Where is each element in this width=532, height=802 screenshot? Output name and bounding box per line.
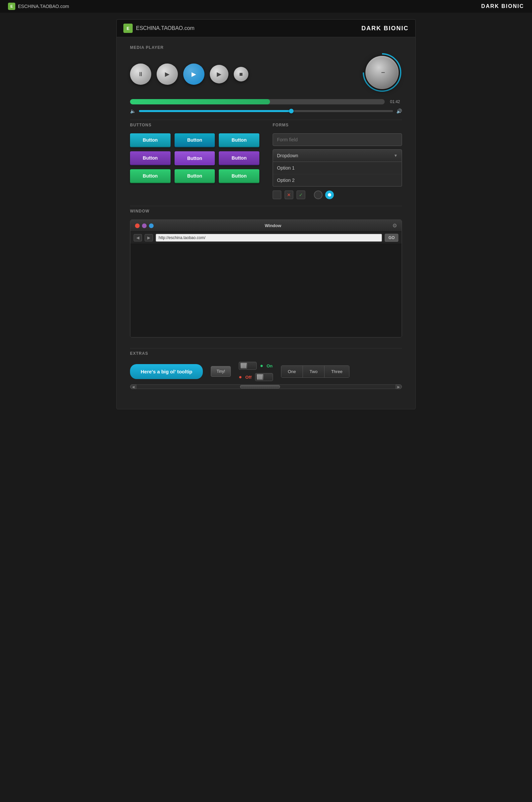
- stop-button[interactable]: ■: [234, 67, 248, 81]
- extras-title: EXTRAS: [130, 351, 402, 356]
- seg-btn-one[interactable]: One: [281, 366, 303, 377]
- forms-area: Dropdown ▼ Option 1 Option 2 ✕ ✓: [273, 133, 402, 199]
- toggle-off-handle: [257, 374, 263, 380]
- scrollbar-left-arrow[interactable]: ◀: [130, 384, 136, 389]
- btn-cyan-1[interactable]: Button: [130, 133, 171, 147]
- traffic-lights: [135, 224, 154, 228]
- forms-title: FORMS: [273, 123, 402, 127]
- dropdown-option-1[interactable]: Option 1: [273, 162, 402, 174]
- media-controls-row: ⏸ ▶ ▶ ▶ ■ −: [130, 56, 402, 92]
- form-controls-row: ✕ ✓: [273, 191, 402, 199]
- radio-dot: [328, 193, 331, 196]
- toggle-off-row: ● Off: [239, 373, 273, 381]
- volume-knob[interactable]: −: [365, 56, 399, 89]
- buttons-title: BUTTONS: [130, 123, 259, 127]
- btn-cyan-3[interactable]: Button: [219, 133, 259, 147]
- settings-icon[interactable]: ⚙: [392, 223, 397, 229]
- volume-row: 🔈 🔊: [130, 109, 402, 114]
- volume-high-icon: 🔊: [396, 109, 402, 114]
- go-button[interactable]: GO: [385, 234, 398, 242]
- dropdown-label: Dropdown: [277, 153, 298, 158]
- url-bar[interactable]: [156, 234, 382, 242]
- volume-low-icon: 🔈: [130, 109, 136, 114]
- btn-cyan-2[interactable]: Button: [174, 133, 215, 147]
- divider-1: [130, 120, 402, 120]
- browser-titlebar: Window ⚙: [130, 220, 402, 232]
- tl-yellow[interactable]: [142, 224, 147, 228]
- outer-site-title: ESCHINA.TAOBAO.com: [18, 4, 69, 9]
- dropdown-arrow-icon: ▼: [394, 153, 398, 158]
- scrollbar-thumb[interactable]: [240, 385, 280, 388]
- progress-bar[interactable]: [130, 99, 385, 104]
- btn-purple-2[interactable]: Button: [174, 151, 215, 165]
- btn-green-1[interactable]: Button: [130, 169, 171, 183]
- main-container: E ESCHINA.TAOBAO.com DARK BIONIC MEDIA P…: [116, 19, 416, 409]
- scrollbar-track: ◀ ▶: [130, 384, 402, 389]
- inner-site-title: ESCHINA.TAOBAO.com: [136, 25, 194, 31]
- extras-section: EXTRAS Here's a big ol' tooltip Tiny! ● …: [117, 351, 415, 381]
- volume-slider[interactable]: [139, 110, 393, 112]
- buttons-section: BUTTONS Button Button Button Button Butt…: [130, 123, 259, 199]
- buttons-grid: Button Button Button Button Button Butto…: [130, 133, 259, 183]
- led-on-icon: ●: [260, 363, 263, 369]
- checkbox-check[interactable]: ✓: [297, 191, 305, 199]
- nav-forward-button[interactable]: ▶: [145, 234, 153, 242]
- media-player-title: MEDIA PLAYER: [130, 45, 402, 50]
- form-field-input[interactable]: [273, 133, 402, 146]
- inner-header-logo: E ESCHINA.TAOBAO.com: [124, 24, 194, 33]
- scrollbar-thumb-area: [136, 385, 396, 389]
- scrollbar-section: ◀ ▶: [117, 381, 415, 396]
- pause-button[interactable]: ⏸: [130, 63, 151, 85]
- tl-green[interactable]: [149, 224, 154, 228]
- knob-minus-icon: −: [381, 69, 385, 76]
- skip-button[interactable]: ▶: [210, 65, 228, 83]
- extras-row: Here's a big ol' tooltip Tiny! ● On ● Of…: [130, 362, 402, 381]
- inner-header-brand: DARK BIONIC: [361, 25, 408, 32]
- play-button[interactable]: ▶: [157, 63, 178, 85]
- browser-content: [130, 244, 402, 337]
- btn-purple-3[interactable]: Button: [219, 151, 259, 165]
- seg-btn-two[interactable]: Two: [303, 366, 324, 377]
- btn-green-3[interactable]: Button: [219, 169, 259, 183]
- progress-time: 01:42: [390, 99, 402, 104]
- radio-group: [314, 191, 334, 199]
- browser-window: Window ⚙ ◀ ▶ GO: [130, 219, 402, 338]
- dropdown-button[interactable]: Dropdown ▼: [273, 149, 402, 162]
- toggle-on-switch[interactable]: [239, 362, 257, 370]
- segmented-control: One Two Three: [281, 365, 349, 378]
- dropdown-option-2[interactable]: Option 2: [273, 174, 402, 186]
- play-icon: ▶: [165, 71, 170, 77]
- scrollbar-right-arrow[interactable]: ▶: [396, 384, 402, 389]
- browser-window-title: Window: [265, 223, 281, 228]
- inner-logo-icon: E: [124, 24, 133, 33]
- radio-btn-2[interactable]: [325, 191, 334, 199]
- buttons-forms-row: BUTTONS Button Button Button Button Butt…: [117, 123, 415, 199]
- logo-icon: E: [8, 3, 15, 10]
- volume-thumb: [289, 109, 293, 113]
- play-icon-2: ▶: [191, 71, 196, 77]
- nav-back-button[interactable]: ◀: [134, 234, 142, 242]
- checkbox-empty[interactable]: [273, 191, 281, 199]
- tiny-button[interactable]: Tiny!: [211, 366, 231, 377]
- tl-red[interactable]: [135, 224, 140, 228]
- toggle-on-label: On: [267, 363, 273, 368]
- stop-icon: ■: [240, 71, 243, 77]
- progress-fill: [130, 99, 270, 104]
- browser-toolbar: ◀ ▶ GO: [130, 232, 402, 244]
- dropdown-container: Dropdown ▼ Option 1 Option 2: [273, 149, 402, 187]
- dropdown-options: Option 1 Option 2: [273, 162, 402, 187]
- tooltip-button[interactable]: Here's a big ol' tooltip: [130, 364, 203, 379]
- outer-title-bar: E ESCHINA.TAOBAO.com DARK BIONIC: [0, 0, 532, 13]
- play-button-2[interactable]: ▶: [183, 63, 205, 85]
- forms-section: FORMS Dropdown ▼ Option 1 Option 2 ✕: [273, 123, 402, 199]
- toggle-off-switch[interactable]: [255, 373, 273, 381]
- btn-green-2[interactable]: Button: [174, 169, 215, 183]
- toggle-on-handle: [241, 363, 247, 369]
- volume-fill: [139, 110, 291, 112]
- media-player-section: MEDIA PLAYER ⏸ ▶ ▶ ▶ ■: [117, 37, 415, 117]
- seg-btn-three[interactable]: Three: [324, 366, 349, 377]
- media-buttons: ⏸ ▶ ▶ ▶ ■: [130, 63, 248, 85]
- checkbox-cross[interactable]: ✕: [285, 191, 293, 199]
- btn-purple-1[interactable]: Button: [130, 151, 171, 165]
- radio-btn-1[interactable]: [314, 191, 323, 199]
